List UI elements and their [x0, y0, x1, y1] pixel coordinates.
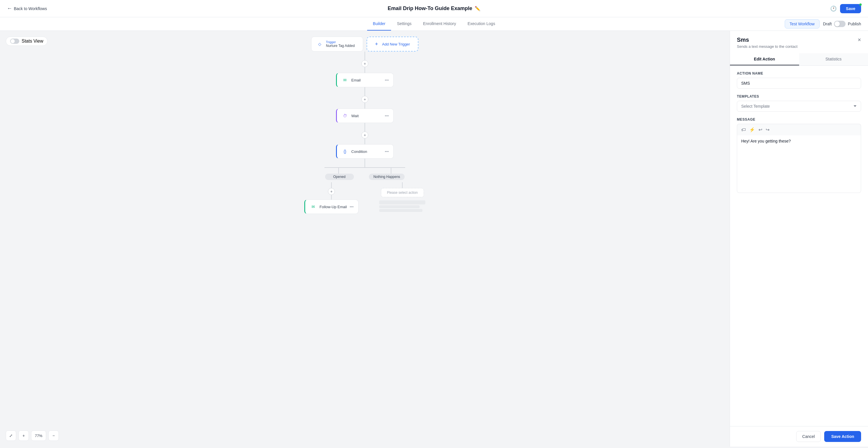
condition-to-branch-line	[365, 159, 365, 167]
draft-publish-toggle[interactable]	[834, 21, 845, 27]
tab-settings[interactable]: Settings	[391, 17, 417, 31]
branch-line-right	[391, 168, 391, 174]
trigger-sublabel: Nurture Tag Added	[326, 44, 355, 48]
connector-3: +	[264, 123, 466, 144]
stats-toggle-switch	[10, 39, 19, 44]
panel-subtitle: Sends a text message to the contact	[737, 44, 797, 49]
back-label: Back to Workflows	[14, 6, 47, 11]
opened-branch-label: Opened	[325, 174, 354, 180]
followup-menu-icon[interactable]: •••	[349, 205, 353, 209]
lightning-icon[interactable]: ⚡	[749, 127, 755, 132]
panel-body: ACTION NAME TEMPLATES Select Template ME…	[730, 66, 868, 426]
email-menu-icon[interactable]: •••	[385, 78, 389, 82]
workflow-canvas[interactable]: Stats View ◇ Trigger Nurture Tag Added +…	[0, 31, 730, 447]
branch-down-lines	[264, 168, 466, 174]
condition-node[interactable]: {} Condition •••	[336, 144, 394, 159]
connector-line-5	[365, 123, 365, 132]
redo-icon[interactable]: ↪	[766, 127, 770, 132]
blurred-line-1	[379, 200, 425, 204]
tab-builder[interactable]: Builder	[367, 17, 391, 31]
nothing-blurred-area	[379, 200, 425, 213]
panel-title: Sms	[737, 37, 797, 43]
branch-center-spacer	[363, 182, 375, 214]
tab-edit-action[interactable]: Edit Action	[730, 53, 799, 65]
branch-section: Opened Nothing Happens + ✉ Follow-Up Ema…	[264, 159, 466, 214]
message-field-group: MESSAGE 🏷 ⚡ ↩ ↪ Hey! Are you getting the…	[737, 117, 861, 194]
panel-footer: Cancel Save Action	[730, 426, 868, 447]
cancel-button[interactable]: Cancel	[796, 431, 821, 442]
tag-icon[interactable]: 🏷	[741, 127, 746, 132]
email-node[interactable]: ✉ Email •••	[336, 73, 394, 87]
trigger-label: Trigger	[326, 40, 355, 44]
header-right: 🕐 Save	[830, 4, 861, 13]
add-trigger-node[interactable]: + Add New Trigger	[367, 37, 418, 51]
workflow-title: Email Drip How-To Guide Example	[388, 5, 472, 11]
nav-tabs: Builder Settings Enrollment History Exec…	[0, 17, 868, 31]
connector-line-3	[365, 87, 365, 96]
add-node-btn-3[interactable]: +	[361, 132, 368, 138]
add-trigger-label: Add New Trigger	[382, 42, 410, 46]
draft-toggle: Draft Publish	[823, 21, 861, 27]
add-node-btn-1[interactable]: +	[361, 60, 368, 67]
stats-view-label: Stats View	[22, 39, 43, 44]
wait-label: Wait	[351, 114, 359, 118]
connector-1: +	[264, 51, 466, 73]
save-label: Save	[846, 6, 855, 11]
tab-statistics[interactable]: Statistics	[799, 53, 868, 65]
panel-close-button[interactable]: ×	[858, 37, 861, 43]
save-action-button[interactable]: Save Action	[824, 431, 861, 442]
undo-icon[interactable]: ↩	[758, 127, 762, 132]
action-name-input[interactable]	[737, 78, 861, 89]
wait-icon: ⏱	[341, 112, 348, 119]
right-panel: Sms Sends a text message to the contact …	[730, 31, 868, 447]
branch-items-row: + ✉ Follow-Up Email ••• Please select	[264, 182, 466, 214]
wait-node-wrapper: ⏱ Wait •••	[264, 108, 466, 123]
connector-line-2	[365, 67, 365, 73]
email-node-wrapper: ✉ Email •••	[264, 73, 466, 87]
header-center: Email Drip How-To Guide Example ✏️	[388, 5, 480, 11]
message-textarea[interactable]: Hey! Are you getting these?	[737, 135, 861, 193]
condition-menu-icon[interactable]: •••	[385, 149, 389, 154]
fullscreen-button[interactable]: ⤢	[6, 430, 16, 441]
add-node-btn-2[interactable]: +	[361, 96, 368, 103]
back-to-workflows-button[interactable]: ← Back to Workflows	[7, 5, 47, 11]
header: ← Back to Workflows Email Drip How-To Gu…	[0, 0, 868, 17]
stats-view-toggle[interactable]: Stats View	[6, 37, 48, 46]
branch-line-left	[338, 168, 339, 174]
opened-branch: + ✉ Follow-Up Email •••	[304, 182, 359, 214]
wait-node[interactable]: ⏱ Wait •••	[336, 108, 394, 123]
connector-line-1	[365, 51, 365, 60]
add-node-opened-btn[interactable]: +	[328, 188, 335, 195]
tab-enrollment-history[interactable]: Enrollment History	[417, 17, 462, 31]
save-button[interactable]: Save	[840, 4, 861, 13]
email-icon: ✉	[341, 77, 348, 83]
zoom-in-button[interactable]: +	[19, 430, 29, 441]
zoom-out-button[interactable]: −	[49, 430, 59, 441]
followup-email-node[interactable]: ✉ Follow-Up Email •••	[304, 200, 359, 214]
templates-field-group: TEMPLATES Select Template	[737, 95, 861, 112]
followup-label: Follow-Up Email	[319, 205, 347, 209]
opened-connector-line	[331, 182, 332, 188]
blurred-line-3	[379, 209, 423, 212]
panel-header: Sms Sends a text message to the contact …	[730, 31, 868, 49]
trigger-node[interactable]: ◇ Trigger Nurture Tag Added	[311, 37, 363, 51]
branch-spacer	[359, 174, 364, 180]
action-name-label: ACTION NAME	[737, 71, 861, 75]
tab-execution-logs[interactable]: Execution Logs	[462, 17, 501, 31]
condition-node-wrapper: {} Condition •••	[264, 144, 466, 159]
branch-h-line	[324, 167, 405, 168]
connector-line-4	[365, 103, 365, 108]
test-workflow-button[interactable]: Test Workflow	[785, 19, 819, 29]
templates-select[interactable]: Select Template	[737, 101, 861, 112]
history-icon[interactable]: 🕐	[830, 5, 837, 12]
wait-menu-icon[interactable]: •••	[385, 114, 389, 118]
publish-label: Publish	[848, 22, 861, 26]
back-arrow-icon: ←	[7, 5, 12, 11]
header-left: ← Back to Workflows	[7, 5, 47, 11]
action-name-field-group: ACTION NAME	[737, 71, 861, 89]
please-select-box[interactable]: Please select action	[381, 188, 424, 197]
nav-right-controls: Test Workflow Draft Publish	[785, 19, 861, 29]
add-trigger-plus-icon: +	[375, 41, 378, 47]
edit-title-icon[interactable]: ✏️	[475, 6, 480, 11]
condition-label: Condition	[351, 149, 367, 154]
